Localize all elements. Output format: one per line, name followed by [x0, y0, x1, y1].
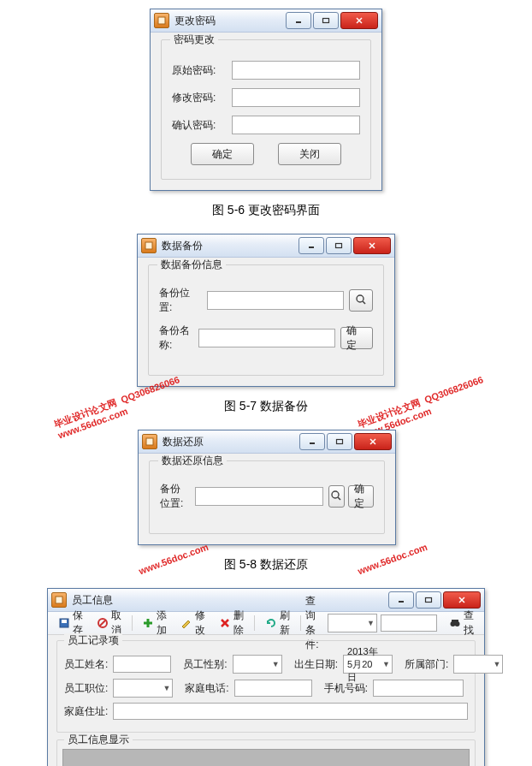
- svg-rect-14: [337, 440, 343, 444]
- ok-button[interactable]: 确定: [191, 143, 254, 165]
- emp-name-label: 员工姓名:: [64, 657, 108, 672]
- emp-address-label: 家庭住址:: [64, 704, 108, 719]
- svg-rect-34: [452, 620, 458, 622]
- group-legend: 数据备份信息: [157, 258, 226, 272]
- window-title: 员工信息: [72, 593, 113, 608]
- orig-password-input[interactable]: [232, 61, 360, 80]
- backup-name-input[interactable]: [198, 329, 335, 347]
- toolbar-edit[interactable]: 修改: [175, 607, 210, 639]
- toolbar: 保存 取消 添加 修改 删除 刷新 查询条件: ▼ 查找: [48, 612, 484, 635]
- new-password-input[interactable]: [232, 88, 360, 107]
- orig-password-label: 原始密码:: [172, 63, 232, 78]
- window-title: 数据还原: [163, 435, 204, 449]
- browse-button[interactable]: [328, 485, 346, 508]
- maximize-button[interactable]: [327, 433, 352, 450]
- close-button[interactable]: [340, 12, 378, 29]
- close-button[interactable]: [443, 591, 481, 609]
- ok-button[interactable]: 确定: [340, 327, 373, 349]
- toolbar-delete[interactable]: 删除: [214, 607, 249, 639]
- chevron-down-icon: ▼: [382, 660, 390, 668]
- delete-icon: [219, 617, 231, 629]
- emp-dept-dropdown[interactable]: ▼: [453, 655, 503, 674]
- minimize-button[interactable]: [299, 433, 325, 450]
- chevron-down-icon: ▼: [163, 684, 170, 692]
- chevron-down-icon: ▼: [367, 619, 375, 627]
- app-icon: [51, 592, 67, 608]
- titlebar: 数据还原: [139, 431, 395, 454]
- svg-point-10: [357, 295, 364, 302]
- emp-birth-label: 出生日期:: [294, 657, 338, 672]
- app-icon: [141, 238, 157, 253]
- svg-point-17: [332, 491, 339, 498]
- group-legend: 员工信息显示: [64, 733, 133, 747]
- emp-address-input[interactable]: [113, 703, 468, 720]
- close-button[interactable]: [353, 237, 391, 254]
- minimize-button[interactable]: [286, 12, 311, 29]
- window-title: 更改密码: [174, 14, 216, 28]
- maximize-button[interactable]: [313, 12, 339, 29]
- app-icon: [154, 13, 169, 28]
- emp-dept-label: 所属部门:: [405, 657, 448, 672]
- add-icon: [142, 617, 154, 629]
- figure-caption: 图 5-6 更改密码界面: [0, 203, 532, 218]
- emp-mobile-label: 手机号码:: [324, 681, 368, 696]
- close-button[interactable]: [354, 433, 392, 450]
- ok-button[interactable]: 确定: [348, 485, 374, 508]
- titlebar: 更改密码: [151, 9, 381, 33]
- window-title: 数据备份: [162, 239, 203, 253]
- svg-rect-0: [158, 17, 165, 24]
- search-icon: [355, 294, 367, 308]
- toolbar-refresh[interactable]: 刷新: [260, 607, 295, 639]
- maximize-button[interactable]: [326, 237, 352, 254]
- group-legend: 密码更改: [170, 33, 218, 47]
- figure-caption: 图 5-8 数据还原: [0, 557, 532, 573]
- toolbar-add[interactable]: 添加: [137, 607, 172, 639]
- emp-mobile-input[interactable]: [373, 680, 464, 697]
- svg-rect-2: [323, 19, 329, 23]
- emp-name-input[interactable]: [113, 656, 171, 673]
- refresh-icon: [265, 617, 277, 629]
- restore-path-input[interactable]: [195, 487, 323, 506]
- maximize-button[interactable]: [416, 591, 441, 609]
- emp-homephone-input[interactable]: [234, 680, 312, 697]
- chevron-down-icon: ▼: [272, 660, 280, 668]
- binoculars-icon: [449, 617, 461, 629]
- close-button-form[interactable]: 关闭: [278, 143, 341, 165]
- backup-name-label: 备份名称:: [159, 324, 198, 353]
- emp-title-label: 员工职位:: [64, 681, 108, 696]
- chevron-down-icon: ▼: [493, 660, 500, 668]
- new-password-label: 修改密码:: [172, 91, 232, 105]
- svg-rect-7: [336, 244, 342, 248]
- group-legend: 员工记录项: [64, 633, 122, 648]
- svg-rect-25: [62, 620, 67, 623]
- svg-line-11: [363, 301, 365, 304]
- query-value-input[interactable]: [381, 615, 437, 632]
- titlebar: 数据备份: [138, 235, 394, 258]
- confirm-password-input[interactable]: [232, 116, 360, 134]
- emp-birth-datepicker[interactable]: 2013年 5月20日▼: [343, 655, 393, 674]
- toolbar-find[interactable]: 查找: [444, 607, 479, 639]
- svg-line-18: [338, 497, 340, 500]
- backup-path-label: 备份位置:: [159, 286, 207, 315]
- browse-button[interactable]: [349, 289, 373, 312]
- minimize-button[interactable]: [299, 237, 324, 254]
- emp-gender-dropdown[interactable]: ▼: [233, 655, 282, 674]
- svg-rect-5: [145, 242, 152, 249]
- backup-path-input[interactable]: [207, 291, 344, 310]
- svg-rect-12: [146, 438, 153, 445]
- edit-icon: [180, 617, 192, 629]
- emp-title-dropdown[interactable]: ▼: [113, 679, 173, 698]
- query-cond-dropdown[interactable]: ▼: [328, 614, 377, 632]
- group-legend: 数据还原信息: [158, 454, 227, 468]
- app-icon: [142, 434, 157, 449]
- emp-gender-label: 员工性别:: [183, 657, 227, 672]
- search-icon: [330, 490, 342, 504]
- emp-data-grid[interactable]: [62, 749, 470, 766]
- minimize-button[interactable]: [388, 591, 414, 609]
- svg-rect-19: [56, 597, 62, 603]
- cancel-icon: [97, 617, 109, 629]
- svg-line-27: [100, 621, 106, 626]
- confirm-password-label: 确认密码:: [172, 118, 232, 133]
- emp-homephone-label: 家庭电话:: [185, 681, 228, 696]
- restore-path-label: 备份位置:: [160, 482, 195, 511]
